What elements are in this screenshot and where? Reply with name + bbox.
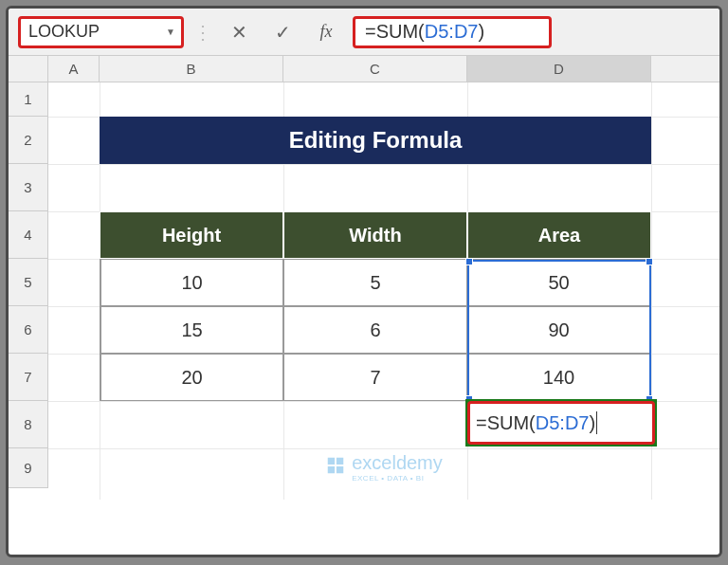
formula-input[interactable]: =SUM(D5:D7)	[353, 16, 552, 48]
cell-d6[interactable]: 90	[467, 306, 651, 354]
cancel-button[interactable]: ✕	[222, 18, 256, 46]
cells-area[interactable]: Editing Formula Height Width Area 10 5 5…	[48, 82, 719, 488]
enter-button[interactable]: ✓	[265, 18, 300, 46]
row-header-3[interactable]: 3	[9, 164, 47, 211]
name-box[interactable]: LOOKUP ▼	[18, 16, 184, 48]
watermark-text: exceldemy	[352, 452, 443, 473]
row-headers: 1 2 3 4 5 6 7 8 9	[9, 82, 48, 488]
cell-b6[interactable]: 15	[100, 306, 283, 354]
col-header-b[interactable]: B	[100, 56, 283, 82]
row-header-2[interactable]: 2	[9, 117, 47, 164]
col-header-a[interactable]: A	[48, 56, 100, 82]
header-width[interactable]: Width	[283, 211, 467, 259]
table-row: 15 6 90	[100, 306, 651, 354]
cell-d8-editing[interactable]: =SUM(D5:D7)	[467, 401, 655, 445]
cell-formula-prefix: =SUM(	[476, 412, 536, 434]
chevron-down-icon[interactable]: ▼	[166, 27, 175, 37]
logo-icon	[325, 455, 346, 481]
col-header-d[interactable]: D	[467, 56, 651, 82]
cell-formula-ref: D5:D7	[536, 412, 590, 434]
cell-c5[interactable]: 5	[283, 259, 467, 306]
row-header-5[interactable]: 5	[9, 259, 47, 306]
select-all-corner[interactable]	[9, 56, 48, 82]
excel-window: LOOKUP ▼ ⋮ ✕ ✓ fx =SUM(D5:D7) A B C D 1 …	[6, 6, 722, 557]
header-height[interactable]: Height	[100, 211, 283, 259]
grid: A B C D 1 2 3 4 5 6 7 8 9	[9, 56, 719, 488]
row-header-1[interactable]: 1	[9, 82, 47, 117]
table-row: 20 7 140	[100, 354, 651, 401]
cell-c6[interactable]: 6	[283, 306, 467, 354]
header-area[interactable]: Area	[467, 211, 651, 259]
watermark-sub: EXCEL • DATA • BI	[352, 474, 443, 483]
row-header-7[interactable]: 7	[9, 354, 47, 401]
row-header-4[interactable]: 4	[9, 211, 47, 259]
formula-text-ref: D5:D7	[425, 21, 479, 43]
formula-text-suffix: )	[479, 21, 485, 43]
formula-bar: LOOKUP ▼ ⋮ ✕ ✓ fx =SUM(D5:D7)	[9, 9, 719, 56]
text-cursor-icon	[596, 411, 597, 434]
table-header-row: Height Width Area	[100, 211, 651, 259]
formula-text-prefix: =SUM(	[365, 21, 425, 43]
fx-button[interactable]: fx	[309, 18, 343, 46]
row-header-8[interactable]: 8	[9, 401, 47, 448]
cell-d5[interactable]: 50	[467, 259, 651, 306]
table-row: 10 5 50	[100, 259, 651, 306]
column-headers: A B C D	[9, 56, 719, 82]
separator: ⋮	[193, 21, 212, 44]
cell-b5[interactable]: 10	[100, 259, 283, 306]
cell-formula-suffix: )	[590, 412, 596, 434]
cell-b7[interactable]: 20	[100, 354, 283, 401]
watermark: exceldemy EXCEL • DATA • BI	[48, 452, 719, 483]
cell-c7[interactable]: 7	[283, 354, 467, 401]
cell-d7[interactable]: 140	[467, 354, 651, 401]
data-table: Height Width Area 10 5 50 15 6 90	[100, 211, 651, 401]
name-box-value: LOOKUP	[28, 22, 100, 42]
row-header-9[interactable]: 9	[9, 448, 47, 488]
col-header-c[interactable]: C	[283, 56, 467, 82]
title-banner[interactable]: Editing Formula	[100, 117, 651, 164]
row-header-6[interactable]: 6	[9, 306, 47, 354]
